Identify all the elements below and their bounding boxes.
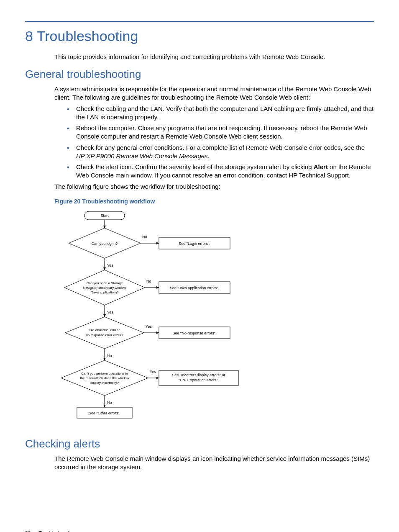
chapter-number: 8 — [25, 28, 33, 44]
flow-r4a: See "Incorrect display errors" or — [172, 373, 225, 377]
flow-no: No — [107, 354, 112, 358]
bullet-item: Check the cabling and the LAN. Verify th… — [67, 105, 374, 122]
flow-d4a: Can't you perform operations in — [81, 372, 128, 375]
flow-d3b: no response error occur? — [86, 333, 123, 337]
flow-yes: Yes — [146, 324, 152, 329]
flow-d2a: Can you open a Storage — [87, 281, 123, 285]
flow-d4b: the manual? Or does the window — [80, 376, 129, 380]
doc-reference: HP XP P9000 Remote Web Console Messages — [76, 152, 208, 159]
footer-title: Troubleshooting — [38, 530, 74, 532]
chapter-title: Troubleshooting — [37, 28, 138, 44]
top-rule — [25, 21, 374, 22]
flow-yes: Yes — [107, 263, 113, 267]
bullet-item: Check the alert icon. Confirm the severi… — [67, 163, 374, 180]
bullet-list: Check the cabling and the LAN. Verify th… — [67, 105, 374, 180]
flow-r1: See "Login errors". — [179, 242, 210, 246]
flow-yes: Yes — [150, 370, 156, 374]
flow-no: No — [142, 235, 147, 239]
flow-r3: See "No-response errors". — [173, 331, 217, 335]
flow-no: No — [107, 401, 112, 405]
bullet-item: Check for any general error conditions. … — [67, 144, 374, 161]
bullet-text: . — [208, 152, 210, 159]
flow-d4c: display incorrectly? — [90, 381, 119, 385]
checking-alerts-p1: The Remote Web Console main window displ… — [54, 455, 374, 472]
bullet-text: Check the alert icon. Confirm the severi… — [76, 163, 314, 170]
flow-no: No — [146, 279, 151, 283]
flow-d2c: (Java application)? — [90, 290, 119, 294]
flow-d1: Can you log in? — [92, 242, 118, 246]
flowchart-diagram: Start Can you log in? No See "Login erro… — [54, 209, 247, 431]
ui-label-alert: Alert — [314, 163, 328, 170]
section-general-troubleshooting: General troubleshooting — [25, 67, 374, 82]
chapter-heading: 8 Troubleshooting — [25, 27, 374, 46]
bullet-item: Reboot the computer. Close any programs … — [67, 124, 374, 141]
bullet-text: Check the cabling and the LAN. Verify th… — [76, 105, 373, 121]
flow-r2: See "Java application errors". — [170, 286, 219, 290]
flow-yes: Yes — [107, 310, 113, 314]
general-p1: A system administrator is responsible fo… — [54, 85, 374, 102]
bullet-text: Reboot the computer. Close any programs … — [76, 124, 367, 140]
flow-start: Start — [100, 213, 109, 218]
bullet-text: Check for any general error conditions. … — [76, 144, 365, 151]
flow-r4b: "UNIX operation errors". — [179, 378, 219, 382]
flow-end: See "Other errors". — [89, 411, 120, 415]
flow-d3a: Did abnormal end or — [90, 328, 120, 332]
section-checking-alerts: Checking alerts — [25, 437, 374, 451]
figure-caption: Figure 20 Troubleshooting workflow — [54, 198, 374, 206]
svg-marker-10 — [65, 317, 144, 349]
intro-paragraph: This topic provides information for iden… — [54, 53, 374, 61]
flow-d2b: Navigator secondary window — [83, 286, 126, 290]
general-p2: The following figure shows the workflow … — [54, 182, 374, 191]
page-footer: 88 Troubleshooting — [25, 530, 374, 532]
page-number: 88 — [25, 530, 31, 532]
